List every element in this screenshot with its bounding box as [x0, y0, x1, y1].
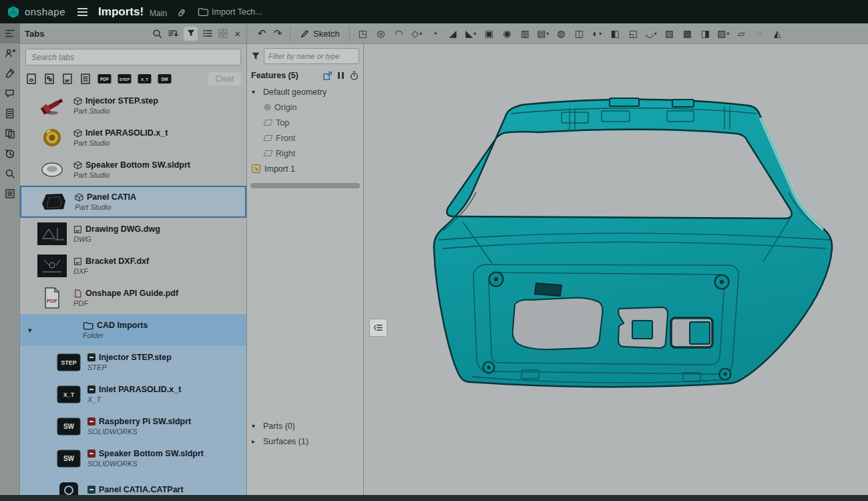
move-face-icon[interactable]: ◨ [696, 25, 714, 41]
model-panel-catia[interactable] [397, 98, 835, 411]
bottom-edge [0, 495, 868, 501]
filter-features-icon[interactable] [251, 51, 260, 61]
drawing-filter-icon[interactable] [61, 73, 73, 85]
graphics-viewport[interactable] [364, 44, 868, 501]
tab-item-raspberry-pi-sw[interactable]: SW Raspberry Pi SW.sldprt SOLIDWORKS [20, 410, 246, 442]
thicken-icon[interactable]: ▧ [660, 25, 678, 41]
extrude-icon[interactable]: ◳ [354, 25, 372, 41]
tab-item-inlet-parasolid[interactable]: Inlet PARASOLID.x_t Part Studio [20, 122, 246, 154]
chamfer-icon[interactable]: ◢ [444, 25, 462, 41]
main-menu-icon[interactable] [77, 11, 87, 13]
helix-icon[interactable]: ◌ [750, 25, 769, 41]
search-icon[interactable] [0, 164, 20, 184]
tree-item-top-plane[interactable]: Top [247, 115, 363, 130]
tab-title: Injector STEP.step [85, 96, 158, 106]
transform-icon[interactable]: ◱ [624, 25, 642, 41]
enclose-icon[interactable]: ▩ [678, 25, 696, 41]
hole-icon[interactable]: ◉ [498, 25, 516, 41]
blob-filter-icon[interactable] [79, 73, 91, 85]
notes-icon[interactable] [0, 184, 20, 204]
list-view-icon[interactable] [202, 28, 213, 39]
linked-documents-icon[interactable] [0, 124, 20, 144]
filter-features-input[interactable] [264, 48, 359, 64]
share-link-icon[interactable] [177, 7, 188, 17]
tab-item-speaker-bottom-sw[interactable]: SW Speaker Bottom SW.sldprt SOLIDWORKS [20, 442, 246, 474]
tab-item-pdf-guide[interactable]: PDF Onshape API Guide.pdf PDF [20, 282, 246, 314]
workspace-name[interactable]: Main [150, 9, 167, 18]
filter-tabs-active-box[interactable] [184, 27, 198, 41]
tab-item-bracket-dxf[interactable]: Bracket DXF.dxf DXF [20, 250, 246, 282]
part-studio-filter-icon[interactable] [25, 73, 37, 85]
tab-title: Speaker Bottom SW.sldprt [85, 160, 190, 170]
search-tabs-input[interactable] [25, 49, 241, 65]
revolve-icon[interactable]: ◎ [372, 25, 390, 41]
pdf-filter-icon[interactable]: PDF [97, 73, 112, 84]
document-title[interactable]: Imports! [98, 5, 144, 19]
shell-icon[interactable]: ▣ [480, 25, 498, 41]
tab-subtitle: SOLIDWORKS [87, 460, 204, 468]
sweep-icon[interactable]: ◠ [390, 25, 408, 41]
toolbar-separator [349, 27, 350, 40]
redo-icon[interactable]: ↷ [270, 27, 286, 39]
folder-breadcrumb-icon[interactable] [198, 7, 208, 17]
solidworks-filter-icon[interactable]: SW [158, 73, 172, 84]
pop-out-icon[interactable] [322, 71, 333, 81]
features-header: Features (5) [251, 71, 298, 80]
chevron-down-icon[interactable]: ▾ [252, 88, 259, 96]
tab-item-injector-step-file[interactable]: STEP Injector STEP.step STEP [20, 346, 246, 378]
tab-title: Panel CATIA.CATPart [99, 485, 184, 494]
share-user-icon[interactable] [0, 43, 20, 63]
rollback-bar[interactable] [250, 183, 360, 188]
comments-icon[interactable] [0, 84, 20, 104]
chevron-down-icon[interactable]: ▾ [252, 422, 259, 430]
clear-filters-button[interactable]: Clear [208, 72, 241, 86]
filter-tabs-icon[interactable] [186, 29, 196, 38]
assembly-filter-icon[interactable] [43, 73, 55, 85]
close-tabs-panel-icon[interactable]: × [233, 29, 242, 39]
tab-item-drawing-dwg[interactable]: Drawing DWG.dwg DWG [20, 218, 246, 250]
breadcrumb[interactable]: Import Tech... [212, 7, 262, 17]
linear-pattern-icon[interactable]: ▤ [534, 25, 552, 41]
circular-pattern-icon[interactable]: ◍ [552, 25, 570, 41]
parts-section-header[interactable]: ▾ Parts (0) [247, 418, 363, 434]
search-tabs-icon[interactable] [152, 28, 163, 39]
draft-icon[interactable]: ◣ [462, 25, 480, 41]
step-filter-icon[interactable]: STEP [118, 73, 132, 84]
loft-icon[interactable]: ◇ [408, 25, 426, 41]
surfaces-section-header[interactable]: ▸ Surfaces (1) [247, 434, 363, 449]
split-icon[interactable]: ◧ [606, 25, 624, 41]
tree-item-right-plane[interactable]: Right [247, 146, 363, 161]
stopwatch-icon[interactable] [349, 71, 359, 81]
parasolid-filter-icon[interactable]: X_T [138, 73, 152, 84]
rollback-pause-icon[interactable] [337, 71, 345, 80]
chevron-right-icon[interactable]: ▸ [252, 438, 259, 445]
tab-item-injector-step[interactable]: Injector STEP.step Part Studio [20, 90, 246, 122]
tree-item-import-1[interactable]: ↘ Import 1 [247, 161, 363, 176]
sort-tabs-icon[interactable] [168, 28, 179, 39]
tab-item-folder-cad-imports[interactable]: ▾ CAD Imports Folder [20, 314, 246, 346]
grid-view-icon[interactable] [218, 28, 228, 39]
fillet-icon[interactable]: ◔ [426, 25, 444, 41]
document-outline-icon[interactable] [0, 104, 20, 124]
boolean-icon[interactable]: ◐ [588, 25, 606, 41]
plane-icon[interactable]: ▱ [732, 25, 750, 41]
tabs-manager-icon[interactable] [0, 23, 20, 43]
tree-item-default-geometry[interactable]: ▾ Default geometry [247, 84, 363, 100]
versions-history-icon[interactable] [0, 144, 20, 164]
tree-item-front-plane[interactable]: Front [247, 130, 363, 146]
appearance-icon[interactable] [0, 63, 20, 84]
sketch-button[interactable]: Sketch [294, 29, 345, 39]
chevron-down-icon[interactable]: ▾ [28, 326, 40, 335]
offset-surface-icon[interactable]: ◡ [642, 25, 660, 41]
tab-item-panel-catia[interactable]: Panel CATIA Part Studio [20, 186, 246, 218]
measure-icon[interactable]: ◭ [769, 25, 787, 41]
rib-icon[interactable]: ▥ [516, 25, 534, 41]
feature-list-flyout-button[interactable] [369, 319, 387, 337]
tabs-panel: PDF STEP X_T SW Clear Injector STEP.step… [20, 44, 247, 501]
tab-item-inlet-parasolid-file[interactable]: X_T Inlet PARASOLID.x_t X_T [20, 378, 246, 410]
mirror-icon[interactable]: ◫ [570, 25, 588, 41]
tab-item-speaker-bottom[interactable]: Speaker Bottom SW.sldprt Part Studio [20, 154, 246, 186]
tree-item-origin[interactable]: Origin [247, 100, 363, 115]
delete-face-icon[interactable]: ▨ [714, 25, 732, 41]
undo-icon[interactable]: ↶ [254, 27, 270, 39]
